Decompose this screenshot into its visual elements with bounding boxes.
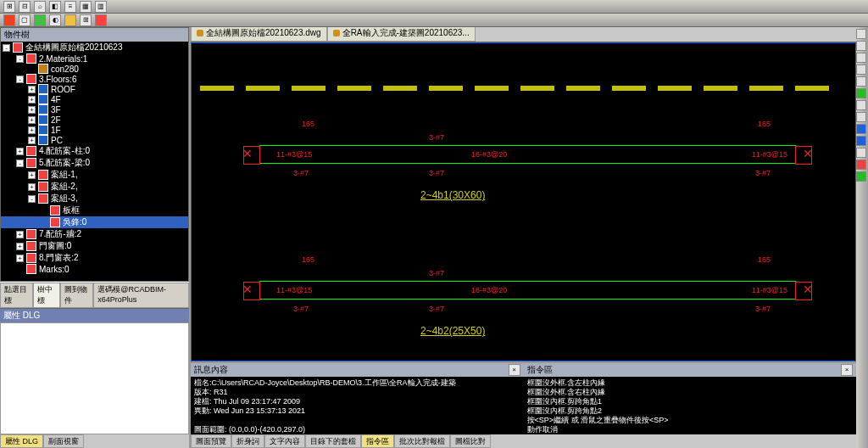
message-body[interactable]: 檔名:C:\Users\RCAD-Joyce\Desktop\RB-DEMO\3… [191, 377, 524, 434]
doc-icon [197, 30, 203, 36]
expand-icon[interactable]: + [28, 86, 36, 93]
tree-item[interactable]: +4F [1, 94, 188, 104]
expand-icon[interactable]: + [28, 171, 36, 179]
tree-item[interactable]: -案組-3, [1, 193, 188, 204]
tree-item[interactable]: +8.門窗表:2 [1, 252, 188, 264]
tree-item[interactable]: +案組-1, [1, 169, 188, 181]
bottom-tab[interactable]: 文字內容 [264, 434, 305, 448]
expand-icon[interactable]: - [16, 55, 24, 63]
node-icon [38, 104, 48, 115]
tree-item[interactable]: +ROOF [1, 84, 188, 94]
tb-btn[interactable]: ▢ [19, 14, 31, 26]
tool-btn[interactable] [856, 148, 866, 158]
drawing-viewport[interactable]: 1651653-#7✕✕11-#3@1516-#3@2011-#3@153-#7… [191, 42, 856, 361]
tool-btn[interactable] [856, 88, 866, 98]
node-icon [38, 170, 48, 180]
expand-icon[interactable]: - [16, 160, 24, 167]
tree-label: 5.配筋案-梁:0 [39, 157, 90, 169]
tb-btn[interactable]: ◧ [49, 1, 61, 13]
tb-btn[interactable]: ▥ [95, 1, 107, 13]
command-title: 指令區 × [524, 363, 857, 377]
tb-btn[interactable]: ⊞ [80, 14, 92, 26]
tool-btn[interactable] [856, 136, 866, 146]
close-icon[interactable]: × [841, 364, 853, 376]
tb-btn[interactable]: ⌕ [34, 1, 46, 13]
tool-btn[interactable] [856, 100, 866, 110]
tb-btn[interactable]: ◐ [49, 14, 61, 26]
tree-item[interactable]: 吳鋒:0 [1, 216, 188, 228]
color-swatch[interactable] [95, 14, 107, 26]
node-icon [38, 84, 48, 94]
expand-icon[interactable]: - [28, 195, 36, 203]
node-icon [50, 217, 60, 227]
tree-item[interactable]: +PC [1, 135, 188, 145]
bottom-tab[interactable]: 折身詞 [231, 434, 264, 448]
expand-icon[interactable]: + [28, 183, 36, 191]
color-swatch[interactable] [3, 14, 15, 26]
tb-btn[interactable]: ⊟ [19, 1, 31, 13]
tree-item[interactable]: -5.配筋案-梁:0 [1, 157, 188, 169]
expand-icon[interactable]: - [16, 76, 24, 83]
tree-item[interactable]: -2.Materials:1 [1, 53, 188, 64]
tree-item[interactable]: +案組-2, [1, 181, 188, 193]
tree-root[interactable]: - 全結構圖原始檔20210623 [1, 42, 188, 53]
expand-icon[interactable]: + [16, 243, 24, 250]
bottom-tab[interactable]: 目錄下的套檔 [305, 434, 361, 448]
bottom-tab[interactable]: 指令區 [361, 434, 394, 448]
bottom-tab[interactable]: 副面視窗 [43, 434, 84, 448]
tool-btn[interactable] [856, 160, 866, 170]
expand-icon[interactable]: + [28, 106, 36, 114]
tree-label: 案組-3, [51, 193, 78, 204]
tool-btn[interactable] [856, 171, 866, 182]
tool-btn[interactable] [856, 64, 866, 75]
bottom-tab[interactable]: 屬性 DLG [0, 434, 43, 448]
tree-item[interactable]: +1F [1, 125, 188, 135]
document-tab[interactable]: 全RA輸入完成-建築圖20210623... [327, 27, 476, 42]
document-tab[interactable]: 全結構圖原始檔20210623.dwg [191, 27, 327, 42]
expand-icon[interactable]: + [28, 126, 36, 134]
tool-btn[interactable] [856, 112, 866, 122]
tool-btn[interactable] [856, 29, 866, 39]
tb-btn[interactable]: ⊞ [3, 1, 15, 13]
tree-item[interactable]: +4.配筋案-柱:0 [1, 145, 188, 157]
left-tab[interactable]: 點選目標 [0, 283, 33, 308]
color-swatch[interactable] [64, 14, 76, 26]
left-tab[interactable]: 圖到物件 [60, 283, 93, 308]
node-icon [38, 135, 48, 145]
center-bottom-tabs: 圖面預覽折身詞文字內容目錄下的套檔指令區批次比對報檔圖檔比對 [191, 434, 856, 448]
expand-icon[interactable]: + [28, 137, 36, 144]
tree-label: 案組-2, [51, 181, 78, 193]
expand-icon[interactable]: + [16, 231, 24, 238]
tree-label: 3.Floors:6 [39, 75, 76, 84]
expand-icon[interactable]: + [16, 255, 24, 262]
tb-btn[interactable]: ≡ [64, 1, 76, 13]
bottom-tab[interactable]: 圖面預覽 [191, 434, 231, 448]
toolbar-2: ▢ ◐ ⊞ [0, 14, 868, 27]
expand-icon[interactable]: + [28, 116, 36, 124]
tool-btn[interactable] [856, 41, 866, 51]
object-tree[interactable]: 物件樹 - 全結構圖原始檔20210623 -2.Materials:1con2… [0, 27, 189, 282]
expand-icon[interactable]: + [16, 148, 24, 155]
bottom-tab[interactable]: 批次比對報檔 [394, 434, 450, 448]
tree-item[interactable]: +3F [1, 104, 188, 115]
tree-item[interactable]: con280 [1, 64, 188, 74]
left-tab[interactable]: 選碼模@RCADBIM-x64ProPlus [93, 283, 189, 308]
tree-item[interactable]: -3.Floors:6 [1, 74, 188, 84]
color-swatch[interactable] [34, 14, 46, 26]
expand-icon[interactable]: + [28, 96, 36, 104]
tree-item[interactable]: +7.配筋-牆:2 [1, 228, 188, 240]
tool-btn[interactable] [856, 53, 866, 63]
tree-item[interactable]: 板框 [1, 204, 188, 216]
tool-btn[interactable] [856, 76, 866, 87]
left-tab[interactable]: 樹中標 [33, 283, 60, 308]
tree-item[interactable]: +2F [1, 115, 188, 125]
expand-icon[interactable]: - [3, 44, 10, 52]
bottom-tab[interactable]: 圖檔比對 [450, 434, 491, 448]
tb-btn[interactable]: ▦ [80, 1, 92, 13]
tree-item[interactable]: Marks:0 [1, 264, 188, 274]
close-icon[interactable]: × [509, 364, 520, 376]
tree-item[interactable]: +門窗圖:0 [1, 240, 188, 252]
properties-panel[interactable] [0, 322, 189, 434]
tool-btn[interactable] [856, 124, 866, 134]
command-body[interactable]: 框圍沒外框.含左柱內緣 框圍沒外框.含右柱內緣 框圍沒內框.剪跨角點1 框圍沒內… [524, 377, 857, 434]
